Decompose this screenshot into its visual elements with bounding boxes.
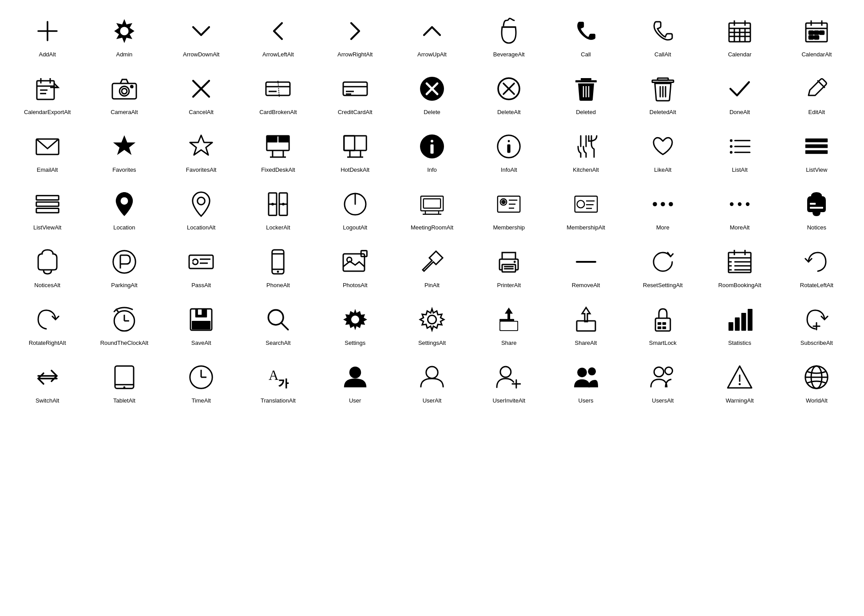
- icon-label-settings: Settings: [345, 340, 365, 347]
- sharealt-icon: [571, 304, 602, 335]
- svg-marker-62: [190, 135, 212, 155]
- svg-rect-183: [735, 317, 740, 331]
- icon-label-infoalt: InfoAlt: [501, 166, 517, 174]
- svg-point-86: [730, 151, 733, 154]
- svg-text:가: 가: [279, 377, 289, 389]
- svg-rect-92: [36, 202, 58, 206]
- svg-point-124: [669, 202, 673, 206]
- svg-marker-61: [113, 135, 135, 155]
- icon-cell-resetsettingalt: ResetSettingAlt: [624, 240, 701, 293]
- icon-label-parkingalt: ParkingAlt: [111, 282, 137, 289]
- svg-rect-19: [820, 31, 824, 34]
- callalt-icon: [647, 16, 678, 47]
- icon-label-sharealt: ShareAlt: [575, 340, 597, 347]
- icon-label-rotaterightalt: RotateRightAlt: [29, 340, 66, 347]
- svg-point-192: [123, 387, 125, 389]
- icon-grid: AddAlt Admin ArrowDownAlt ArrowLeftAlt A…: [9, 9, 855, 408]
- switchalt-icon: [32, 362, 63, 393]
- svg-text:A: A: [269, 367, 279, 383]
- lockeralt-icon: [262, 189, 293, 220]
- icon-label-logoutalt: LogoutAlt: [343, 224, 367, 232]
- icon-label-warningalt: WarningAlt: [726, 397, 754, 405]
- cancelalt-icon: [186, 73, 217, 104]
- icon-cell-favoritesalt: FavoritesAlt: [163, 124, 240, 178]
- icon-label-rotateleftalt: RotateLeftAlt: [800, 282, 833, 289]
- svg-point-101: [282, 203, 285, 205]
- svg-rect-55: [652, 80, 674, 83]
- icon-label-meetingroomalt: MeetingRoomAlt: [411, 224, 453, 232]
- icon-label-arrowdownalt: ArrowDownAlt: [183, 51, 219, 59]
- icon-label-usersalt: UsersAlt: [652, 397, 674, 405]
- membershipalt-icon: [571, 189, 602, 220]
- icon-label-callalt: CallAlt: [654, 51, 671, 59]
- svg-rect-64: [267, 136, 277, 142]
- icon-label-worldalt: WorldAlt: [806, 397, 828, 405]
- icon-cell-passalt: PassAlt: [163, 240, 240, 293]
- hotdeskalt-icon: [340, 131, 371, 162]
- icon-label-calendar: Calendar: [728, 51, 752, 59]
- call-icon: [571, 16, 602, 47]
- icon-label-statistics: Statistics: [728, 340, 751, 347]
- icon-cell-parkingalt: ParkingAlt: [86, 240, 162, 293]
- icon-label-phonealt: PhoneAlt: [266, 282, 290, 289]
- icon-cell-likealt: LikeAlt: [624, 124, 701, 178]
- svg-rect-20: [809, 36, 814, 39]
- tabletalt-icon: [109, 362, 140, 393]
- svg-rect-70: [344, 136, 355, 150]
- icon-cell-subscribealt: SubscribeAlt: [778, 297, 855, 351]
- icon-cell-settings: Settings: [317, 297, 393, 351]
- svg-marker-176: [582, 308, 590, 322]
- icon-cell-pinalt: PinAlt: [393, 240, 470, 293]
- share-icon: [493, 304, 524, 335]
- icon-label-favoritesalt: FavoritesAlt: [186, 166, 217, 174]
- svg-rect-180: [658, 327, 661, 329]
- arrowdownalt-icon: [186, 16, 217, 47]
- icon-label-location: Location: [113, 224, 135, 232]
- svg-point-125: [730, 202, 733, 206]
- svg-point-82: [730, 139, 733, 142]
- icon-label-users: Users: [579, 397, 594, 405]
- resetsettingalt-icon: [647, 246, 678, 277]
- icon-label-cameraalt: CameraAlt: [111, 109, 138, 116]
- icon-label-cancelalt: CancelAlt: [189, 109, 214, 116]
- usersalt-icon: [647, 362, 678, 393]
- svg-point-95: [198, 197, 205, 205]
- deletedalt-icon: [647, 73, 678, 104]
- icon-cell-favorites: Favorites: [86, 124, 162, 178]
- admin-icon: [109, 16, 140, 47]
- icon-label-delete: Delete: [424, 109, 440, 116]
- icon-cell-noticesalt: NoticesAlt: [9, 240, 86, 293]
- svg-marker-174: [505, 308, 513, 321]
- icon-cell-phonealt: PhoneAlt: [240, 240, 317, 293]
- icon-cell-notices: Notices: [778, 182, 855, 235]
- icon-cell-settingsalt: SettingsAlt: [393, 297, 470, 351]
- worldalt-icon: [801, 362, 832, 393]
- icon-cell-listalt: ListAlt: [701, 124, 778, 178]
- icon-cell-rotaterightalt: RotateRightAlt: [9, 297, 86, 351]
- favorites-icon: [109, 131, 140, 162]
- icon-cell-editalt: EditAlt: [778, 67, 855, 120]
- cardbrokenalt-icon: [262, 73, 293, 104]
- svg-rect-93: [36, 209, 58, 213]
- icon-label-printeralt: PrinterAlt: [497, 282, 521, 289]
- beveragealt-icon: [493, 16, 524, 47]
- delete-icon: [416, 73, 448, 104]
- icon-cell-searchalt: SearchAlt: [240, 297, 317, 351]
- fixeddeskalt-icon: [262, 131, 293, 162]
- icon-label-tabletalt: TabletAlt: [113, 397, 135, 405]
- icon-cell-cancelalt: CancelAlt: [163, 67, 240, 120]
- icon-label-addalt: AddAlt: [39, 51, 55, 59]
- arrowrightalt-icon: [340, 16, 371, 47]
- icon-cell-calendar: Calendar: [701, 9, 778, 62]
- svg-point-209: [739, 383, 741, 385]
- svg-rect-90: [805, 150, 828, 154]
- svg-point-204: [588, 367, 596, 375]
- svg-rect-178: [658, 322, 661, 325]
- icon-cell-rotateleftalt: RotateLeftAlt: [778, 240, 855, 293]
- icon-label-removealt: RemoveAlt: [572, 282, 600, 289]
- svg-point-200: [500, 367, 511, 377]
- location-icon: [109, 189, 140, 220]
- svg-point-84: [730, 145, 733, 148]
- photosalt-icon: [340, 246, 371, 277]
- icon-label-editalt: EditAlt: [809, 109, 825, 116]
